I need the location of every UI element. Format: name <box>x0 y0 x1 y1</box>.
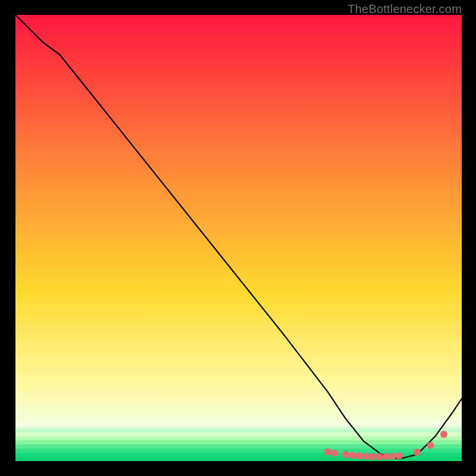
chart-frame: TheBottlenecker.com <box>0 0 476 476</box>
marker-dot <box>369 453 376 461</box>
plot-area <box>15 15 462 461</box>
marker-dot <box>375 453 383 461</box>
marker-dot <box>383 453 390 461</box>
marker-dot <box>396 452 403 459</box>
green-band <box>15 432 462 437</box>
green-band <box>15 444 462 449</box>
chart-svg <box>15 15 462 461</box>
marker-dot <box>362 453 369 460</box>
watermark-text: TheBottlenecker.com <box>347 2 462 16</box>
marker-dot <box>356 452 363 459</box>
green-band <box>15 440 462 445</box>
gradient-background <box>15 15 462 461</box>
marker-dot <box>324 448 331 455</box>
green-band <box>15 449 462 453</box>
marker-dot <box>331 450 338 457</box>
marker-dot <box>427 442 434 449</box>
marker-dot <box>342 451 349 458</box>
marker-dot <box>414 449 421 456</box>
green-band <box>15 436 462 441</box>
marker-dot <box>349 452 356 459</box>
marker-dot <box>389 453 396 460</box>
marker-dot <box>440 431 447 438</box>
